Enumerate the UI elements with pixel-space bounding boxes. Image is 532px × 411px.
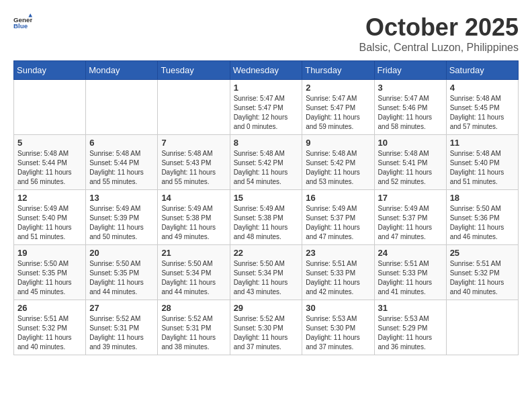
day-info: Sunrise: 5:50 AM Sunset: 5:36 PM Dayligh… [450, 204, 515, 242]
day-info: Sunrise: 5:50 AM Sunset: 5:34 PM Dayligh… [234, 259, 299, 297]
calendar-week-row: 5Sunrise: 5:48 AM Sunset: 5:44 PM Daylig… [14, 135, 519, 190]
day-info: Sunrise: 5:48 AM Sunset: 5:44 PM Dayligh… [89, 149, 154, 187]
calendar-week-row: 26Sunrise: 5:51 AM Sunset: 5:32 PM Dayli… [14, 300, 519, 355]
day-info: Sunrise: 5:47 AM Sunset: 5:47 PM Dayligh… [234, 94, 299, 132]
calendar-day-cell: 14Sunrise: 5:49 AM Sunset: 5:38 PM Dayli… [158, 190, 230, 245]
day-info: Sunrise: 5:48 AM Sunset: 5:44 PM Dayligh… [17, 149, 82, 187]
day-number: 18 [450, 193, 515, 203]
day-info: Sunrise: 5:50 AM Sunset: 5:35 PM Dayligh… [17, 259, 82, 297]
day-info: Sunrise: 5:49 AM Sunset: 5:39 PM Dayligh… [89, 204, 154, 242]
calendar-day-cell: 7Sunrise: 5:48 AM Sunset: 5:43 PM Daylig… [158, 135, 230, 190]
calendar-day-cell [446, 300, 518, 355]
calendar-day-cell: 25Sunrise: 5:51 AM Sunset: 5:32 PM Dayli… [446, 245, 518, 300]
day-number: 24 [378, 248, 443, 258]
calendar-day-cell [14, 80, 86, 135]
calendar-week-row: 1Sunrise: 5:47 AM Sunset: 5:47 PM Daylig… [14, 80, 519, 135]
calendar-day-cell: 23Sunrise: 5:51 AM Sunset: 5:33 PM Dayli… [302, 245, 374, 300]
day-number: 20 [89, 248, 154, 258]
calendar-day-cell: 19Sunrise: 5:50 AM Sunset: 5:35 PM Dayli… [14, 245, 86, 300]
calendar-day-cell: 22Sunrise: 5:50 AM Sunset: 5:34 PM Dayli… [230, 245, 302, 300]
day-info: Sunrise: 5:51 AM Sunset: 5:33 PM Dayligh… [306, 259, 370, 297]
day-number: 7 [161, 138, 226, 148]
day-number: 19 [17, 248, 82, 258]
day-info: Sunrise: 5:49 AM Sunset: 5:37 PM Dayligh… [378, 204, 443, 242]
day-number: 31 [378, 303, 443, 313]
day-number: 8 [234, 138, 299, 148]
day-info: Sunrise: 5:49 AM Sunset: 5:37 PM Dayligh… [306, 204, 370, 242]
day-number: 28 [161, 303, 226, 313]
calendar-day-cell: 26Sunrise: 5:51 AM Sunset: 5:32 PM Dayli… [14, 300, 86, 355]
logo-icon: General Blue [13, 13, 32, 32]
day-number: 6 [89, 138, 154, 148]
calendar-week-row: 12Sunrise: 5:49 AM Sunset: 5:40 PM Dayli… [14, 190, 519, 245]
day-info: Sunrise: 5:48 AM Sunset: 5:40 PM Dayligh… [450, 149, 515, 187]
calendar-day-cell: 30Sunrise: 5:53 AM Sunset: 5:30 PM Dayli… [302, 300, 374, 355]
svg-marker-2 [28, 13, 32, 17]
title-area: October 2025 Balsic, Central Luzon, Phil… [359, 13, 519, 54]
day-number: 1 [234, 83, 299, 93]
day-info: Sunrise: 5:49 AM Sunset: 5:38 PM Dayligh… [161, 204, 226, 242]
calendar-header-sunday: Sunday [14, 61, 86, 80]
day-number: 26 [17, 303, 82, 313]
day-info: Sunrise: 5:51 AM Sunset: 5:32 PM Dayligh… [450, 259, 515, 297]
calendar-day-cell: 31Sunrise: 5:53 AM Sunset: 5:29 PM Dayli… [374, 300, 446, 355]
day-info: Sunrise: 5:48 AM Sunset: 5:42 PM Dayligh… [234, 149, 299, 187]
calendar-day-cell: 6Sunrise: 5:48 AM Sunset: 5:44 PM Daylig… [86, 135, 158, 190]
day-number: 14 [161, 193, 226, 203]
day-number: 11 [450, 138, 515, 148]
day-number: 25 [450, 248, 515, 258]
calendar-day-cell: 11Sunrise: 5:48 AM Sunset: 5:40 PM Dayli… [446, 135, 518, 190]
day-info: Sunrise: 5:48 AM Sunset: 5:45 PM Dayligh… [450, 94, 515, 132]
calendar-header-tuesday: Tuesday [158, 61, 230, 80]
calendar-day-cell: 16Sunrise: 5:49 AM Sunset: 5:37 PM Dayli… [302, 190, 374, 245]
day-number: 12 [17, 193, 82, 203]
day-number: 3 [378, 83, 443, 93]
calendar-day-cell: 18Sunrise: 5:50 AM Sunset: 5:36 PM Dayli… [446, 190, 518, 245]
day-number: 2 [306, 83, 370, 93]
calendar-day-cell: 20Sunrise: 5:50 AM Sunset: 5:35 PM Dayli… [86, 245, 158, 300]
calendar-week-row: 19Sunrise: 5:50 AM Sunset: 5:35 PM Dayli… [14, 245, 519, 300]
day-info: Sunrise: 5:49 AM Sunset: 5:40 PM Dayligh… [17, 204, 82, 242]
day-info: Sunrise: 5:48 AM Sunset: 5:42 PM Dayligh… [306, 149, 370, 187]
day-info: Sunrise: 5:47 AM Sunset: 5:47 PM Dayligh… [306, 94, 370, 132]
calendar-header-monday: Monday [86, 61, 158, 80]
month-title: October 2025 [359, 13, 519, 42]
calendar-header-wednesday: Wednesday [230, 61, 302, 80]
day-number: 30 [306, 303, 370, 313]
day-number: 16 [306, 193, 370, 203]
day-info: Sunrise: 5:48 AM Sunset: 5:41 PM Dayligh… [378, 149, 443, 187]
day-info: Sunrise: 5:51 AM Sunset: 5:33 PM Dayligh… [378, 259, 443, 297]
day-number: 27 [89, 303, 154, 313]
calendar-header-saturday: Saturday [446, 61, 518, 80]
logo: General Blue [13, 13, 32, 32]
day-info: Sunrise: 5:48 AM Sunset: 5:43 PM Dayligh… [161, 149, 226, 187]
day-number: 22 [234, 248, 299, 258]
calendar-day-cell: 1Sunrise: 5:47 AM Sunset: 5:47 PM Daylig… [230, 80, 302, 135]
day-info: Sunrise: 5:49 AM Sunset: 5:38 PM Dayligh… [234, 204, 299, 242]
day-info: Sunrise: 5:47 AM Sunset: 5:46 PM Dayligh… [378, 94, 443, 132]
day-info: Sunrise: 5:52 AM Sunset: 5:30 PM Dayligh… [234, 314, 299, 352]
calendar-day-cell [158, 80, 230, 135]
location-title: Balsic, Central Luzon, Philippines [359, 42, 519, 54]
day-info: Sunrise: 5:53 AM Sunset: 5:30 PM Dayligh… [306, 314, 370, 352]
day-number: 13 [89, 193, 154, 203]
calendar-day-cell: 3Sunrise: 5:47 AM Sunset: 5:46 PM Daylig… [374, 80, 446, 135]
day-info: Sunrise: 5:52 AM Sunset: 5:31 PM Dayligh… [161, 314, 226, 352]
day-number: 23 [306, 248, 370, 258]
day-number: 17 [378, 193, 443, 203]
calendar-header-row: SundayMondayTuesdayWednesdayThursdayFrid… [14, 61, 519, 80]
calendar-day-cell: 9Sunrise: 5:48 AM Sunset: 5:42 PM Daylig… [302, 135, 374, 190]
calendar-day-cell: 10Sunrise: 5:48 AM Sunset: 5:41 PM Dayli… [374, 135, 446, 190]
day-number: 29 [234, 303, 299, 313]
svg-text:Blue: Blue [13, 22, 28, 30]
calendar-day-cell: 12Sunrise: 5:49 AM Sunset: 5:40 PM Dayli… [14, 190, 86, 245]
calendar-day-cell: 27Sunrise: 5:52 AM Sunset: 5:31 PM Dayli… [86, 300, 158, 355]
calendar-header-friday: Friday [374, 61, 446, 80]
calendar-day-cell: 28Sunrise: 5:52 AM Sunset: 5:31 PM Dayli… [158, 300, 230, 355]
calendar-day-cell: 17Sunrise: 5:49 AM Sunset: 5:37 PM Dayli… [374, 190, 446, 245]
day-info: Sunrise: 5:50 AM Sunset: 5:35 PM Dayligh… [89, 259, 154, 297]
day-info: Sunrise: 5:52 AM Sunset: 5:31 PM Dayligh… [89, 314, 154, 352]
calendar-day-cell: 13Sunrise: 5:49 AM Sunset: 5:39 PM Dayli… [86, 190, 158, 245]
calendar-day-cell: 24Sunrise: 5:51 AM Sunset: 5:33 PM Dayli… [374, 245, 446, 300]
day-number: 5 [17, 138, 82, 148]
